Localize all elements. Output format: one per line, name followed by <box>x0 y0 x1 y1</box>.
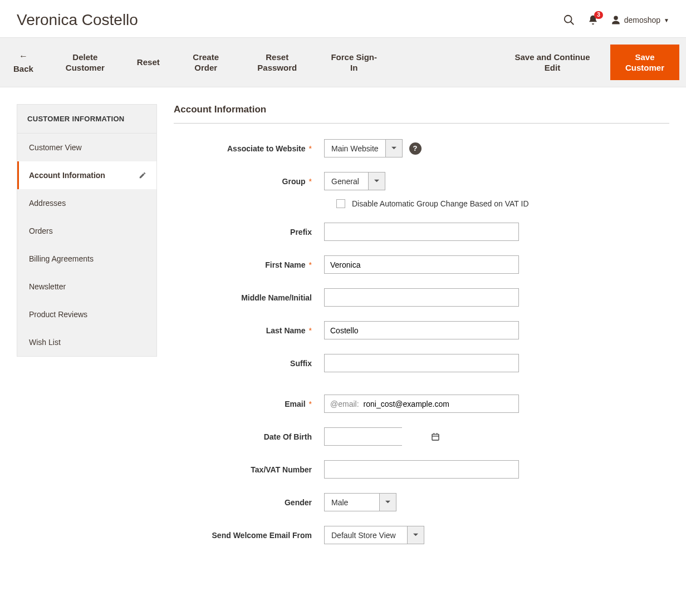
save-continue-button[interactable]: Save and Continue Edit <box>494 38 610 87</box>
search-icon[interactable] <box>563 14 575 26</box>
disable-auto-group-label: Disable Automatic Group Change Based on … <box>352 199 529 208</box>
middlename-input[interactable] <box>324 288 519 307</box>
force-signin-button[interactable]: Force Sign-In <box>316 38 393 87</box>
middlename-label: Middle Name/Initial <box>174 293 324 302</box>
gender-label: Gender <box>174 498 324 507</box>
chevron-down-icon <box>380 493 396 511</box>
group-select[interactable]: General <box>324 172 385 190</box>
notification-badge: 3 <box>594 11 603 19</box>
lastname-input[interactable] <box>324 321 519 339</box>
welcome-email-label: Send Welcome Email From <box>174 531 324 540</box>
reset-button[interactable]: Reset <box>124 38 173 87</box>
lastname-label: Last Name* <box>174 326 324 335</box>
arrow-left-icon: ← <box>19 51 28 62</box>
sidebar-item-wish-list[interactable]: Wish List <box>17 328 156 356</box>
sidebar-item-account-information[interactable]: Account Information <box>17 161 156 189</box>
chevron-down-icon <box>369 172 385 190</box>
sidebar-item-customer-view[interactable]: Customer View <box>17 134 156 161</box>
user-menu[interactable]: demoshop ▼ <box>611 15 669 25</box>
sidebar-title: CUSTOMER INFORMATION <box>17 105 156 134</box>
username: demoshop <box>624 16 660 24</box>
notifications-icon[interactable]: 3 <box>587 14 599 26</box>
pencil-icon <box>139 171 146 179</box>
dob-label: Date Of Birth <box>174 432 324 441</box>
chevron-down-icon <box>408 526 424 544</box>
sidebar-item-orders[interactable]: Orders <box>17 217 156 245</box>
taxvat-label: Tax/VAT Number <box>174 465 324 474</box>
dob-input[interactable] <box>325 428 431 445</box>
email-input[interactable] <box>364 395 518 412</box>
welcome-email-select[interactable]: Default Store View <box>324 526 424 544</box>
svg-point-0 <box>564 16 571 23</box>
associate-website-label: Associate to Website* <box>174 144 324 153</box>
suffix-label: Suffix <box>174 359 324 368</box>
email-label: Email* <box>174 400 324 408</box>
section-title: Account Information <box>174 104 669 124</box>
save-customer-button[interactable]: Save Customer <box>610 45 679 80</box>
page-title: Veronica Costello <box>17 11 563 29</box>
sidebar-item-addresses[interactable]: Addresses <box>17 189 156 217</box>
caret-down-icon: ▼ <box>664 17 669 23</box>
sidebar-item-newsletter[interactable]: Newsletter <box>17 273 156 300</box>
svg-rect-2 <box>432 434 439 440</box>
taxvat-input[interactable] <box>324 460 519 479</box>
prefix-input[interactable] <box>324 223 519 241</box>
email-prefix: @email: <box>325 400 364 408</box>
sidebar-item-product-reviews[interactable]: Product Reviews <box>17 300 156 328</box>
email-input-wrap[interactable]: @email: <box>324 395 519 413</box>
reset-password-button[interactable]: Reset Password <box>239 38 316 87</box>
sidebar: CUSTOMER INFORMATION Customer View Accou… <box>17 104 157 357</box>
create-order-button[interactable]: Create Order <box>173 38 239 87</box>
svg-line-1 <box>570 22 574 25</box>
firstname-input[interactable] <box>324 255 519 274</box>
help-icon[interactable]: ? <box>409 142 422 155</box>
sidebar-item-billing-agreements[interactable]: Billing Agreements <box>17 245 156 273</box>
disable-auto-group-checkbox[interactable] <box>336 199 345 208</box>
chevron-down-icon <box>386 139 403 157</box>
calendar-icon[interactable] <box>431 428 440 445</box>
firstname-label: First Name* <box>174 260 324 269</box>
suffix-input[interactable] <box>324 354 519 372</box>
prefix-label: Prefix <box>174 228 324 236</box>
back-button[interactable]: ← Back <box>0 38 47 87</box>
delete-customer-button[interactable]: Delete Customer <box>47 38 124 87</box>
group-label: Group* <box>174 177 324 186</box>
associate-website-select[interactable]: Main Website <box>324 139 403 157</box>
gender-select[interactable]: Male <box>324 493 396 511</box>
